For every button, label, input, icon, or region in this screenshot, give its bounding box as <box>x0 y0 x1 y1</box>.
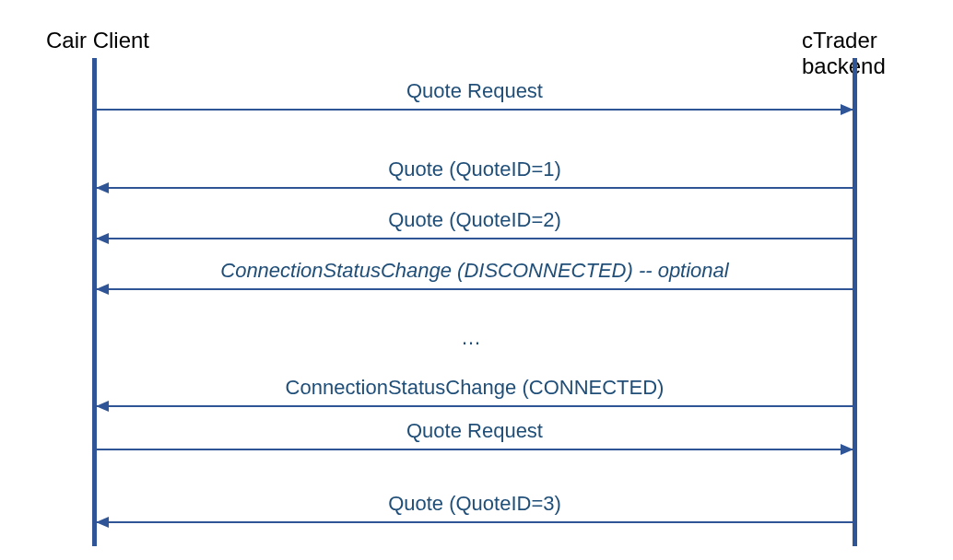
lifeline-left <box>92 58 97 546</box>
arrow-left-icon <box>96 233 109 244</box>
ellipsis: … <box>461 326 481 350</box>
arrow-left-icon <box>96 284 109 295</box>
message-label: Quote Request <box>97 79 853 103</box>
message-arrow-line <box>97 187 853 189</box>
message-arrow-line <box>97 109 853 111</box>
participant-right-label: cTrader backend <box>802 28 953 79</box>
message-label: ConnectionStatusChange (CONNECTED) <box>97 376 853 400</box>
arrow-left-icon <box>96 517 109 528</box>
message-label: Quote (QuoteID=3) <box>97 492 853 516</box>
message-label: Quote Request <box>97 419 853 443</box>
arrow-right-icon <box>841 444 853 455</box>
participant-left-label: Сair Client <box>46 28 149 53</box>
message-arrow-line <box>97 405 853 407</box>
arrow-left-icon <box>96 401 109 412</box>
message-arrow-line <box>97 449 853 450</box>
arrow-left-icon <box>96 182 109 193</box>
message-arrow-line <box>97 521 853 523</box>
message-label: Quote (QuoteID=2) <box>97 208 853 232</box>
message-label: Quote (QuoteID=1) <box>97 158 853 181</box>
message-arrow-line <box>97 238 853 239</box>
message-label: ConnectionStatusChange (DISCONNECTED) --… <box>97 259 853 283</box>
message-arrow-line <box>97 288 853 290</box>
lifeline-right <box>853 58 857 546</box>
arrow-right-icon <box>841 104 853 115</box>
sequence-diagram: Сair Client cTrader backend Quote Reques… <box>0 0 953 560</box>
